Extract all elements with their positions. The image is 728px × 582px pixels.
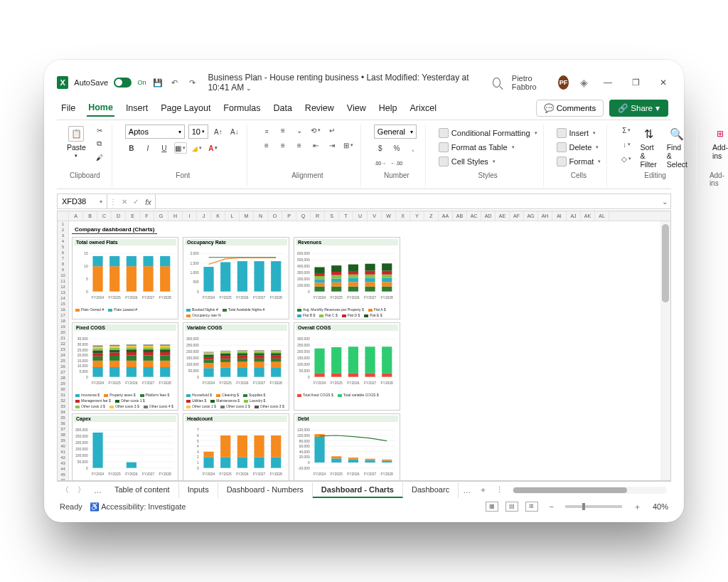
- paste-button[interactable]: 📋Paste▾: [64, 125, 89, 160]
- addins-button[interactable]: ⊞Add-ins: [710, 125, 728, 162]
- col-header[interactable]: O: [268, 211, 282, 221]
- chart-card[interactable]: Revenues0100,000200,000300,000400,000500…: [294, 237, 400, 319]
- zoom-in-button[interactable]: ＋: [629, 502, 646, 512]
- align-top-icon[interactable]: ⌅: [260, 125, 273, 136]
- row-header[interactable]: 38: [58, 432, 68, 438]
- sheet-tab[interactable]: Inputs: [179, 482, 218, 498]
- format-cells-button[interactable]: Format: [557, 157, 601, 166]
- menu-tab-arixcel[interactable]: Arixcel: [408, 100, 438, 116]
- col-header[interactable]: AJ: [567, 211, 581, 221]
- menu-tab-home[interactable]: Home: [87, 100, 114, 117]
- sheet-nav-prev[interactable]: 〈: [57, 485, 73, 495]
- increase-indent-icon[interactable]: ⇥: [326, 139, 338, 151]
- col-header[interactable]: Z: [424, 211, 439, 221]
- col-header[interactable]: AD: [481, 211, 496, 221]
- col-header[interactable]: G: [154, 211, 168, 221]
- bold-button[interactable]: B: [125, 142, 138, 154]
- row-header[interactable]: 12: [58, 284, 68, 290]
- menu-tab-insert[interactable]: Insert: [124, 100, 149, 116]
- menu-tab-file[interactable]: File: [60, 100, 77, 116]
- align-right-icon[interactable]: ≡: [293, 139, 306, 151]
- col-header[interactable]: M: [240, 211, 254, 221]
- col-header[interactable]: V: [368, 211, 382, 221]
- increase-font-icon[interactable]: A↑: [212, 126, 225, 137]
- menu-tab-formulas[interactable]: Formulas: [222, 100, 262, 116]
- avatar[interactable]: PF: [558, 75, 569, 90]
- col-header[interactable]: AH: [538, 211, 552, 221]
- format-painter-icon[interactable]: 🖌: [93, 152, 106, 163]
- chart-card[interactable]: Headcount01234567FY2024FY2025FY2026FY202…: [183, 413, 289, 480]
- row-header[interactable]: 36: [58, 420, 68, 426]
- decrease-indent-icon[interactable]: ⇤: [309, 139, 322, 151]
- menu-tab-view[interactable]: View: [346, 100, 368, 116]
- font-name-select[interactable]: Aptos▾: [125, 125, 185, 139]
- redo-icon[interactable]: ↷: [186, 76, 198, 89]
- col-header[interactable]: AB: [453, 211, 467, 221]
- col-header[interactable]: AA: [439, 211, 453, 221]
- col-header[interactable]: L: [225, 211, 240, 221]
- row-header[interactable]: 16: [58, 307, 68, 312]
- col-header[interactable]: F: [140, 211, 154, 221]
- row-header[interactable]: 30: [58, 386, 68, 392]
- row-header[interactable]: 15: [58, 301, 68, 307]
- chart-card[interactable]: Fixed COGS05,00010,00015,00020,00025,000…: [72, 322, 178, 411]
- row-header[interactable]: 44: [58, 466, 68, 472]
- row-header[interactable]: 35: [58, 415, 68, 420]
- row-header[interactable]: 39: [58, 438, 68, 443]
- row-header[interactable]: 46: [58, 477, 68, 481]
- row-header[interactable]: 26: [58, 364, 68, 369]
- col-header[interactable]: AL: [595, 211, 609, 221]
- col-header[interactable]: S: [325, 211, 339, 221]
- sheet-menu-icon[interactable]: ⋮: [491, 485, 508, 494]
- row-header[interactable]: 45: [58, 472, 68, 477]
- user-name[interactable]: Pietro Fabbro: [512, 74, 547, 91]
- format-as-table-button[interactable]: Format as Table: [439, 142, 515, 152]
- dots-icon[interactable]: ⋮: [107, 194, 119, 208]
- row-header[interactable]: 21: [58, 335, 68, 341]
- col-header[interactable]: U: [353, 211, 368, 221]
- col-header[interactable]: I: [183, 211, 197, 221]
- increase-decimal-icon[interactable]: .00→: [374, 157, 387, 169]
- row-header[interactable]: 33: [58, 403, 68, 409]
- col-header[interactable]: AG: [524, 211, 538, 221]
- cancel-formula-icon[interactable]: ✕: [119, 194, 130, 208]
- find-select-button[interactable]: 🔍Find & Select: [664, 125, 690, 170]
- row-header[interactable]: 43: [58, 460, 68, 466]
- accounting-format-icon[interactable]: $: [374, 142, 387, 154]
- fill-color-button[interactable]: ◢: [191, 142, 203, 154]
- row-header[interactable]: 1: [58, 221, 68, 227]
- row-header[interactable]: 37: [58, 426, 68, 432]
- menu-tab-data[interactable]: Data: [272, 100, 293, 116]
- undo-icon[interactable]: ↶: [169, 76, 181, 89]
- col-header[interactable]: J: [197, 211, 211, 221]
- row-header[interactable]: 3: [58, 233, 68, 238]
- col-header[interactable]: B: [83, 211, 97, 221]
- chart-card[interactable]: Debt-20,000020,00040,00060,00080,000100,…: [294, 413, 400, 480]
- zoom-out-button[interactable]: −: [545, 502, 558, 511]
- row-header[interactable]: 18: [58, 318, 68, 324]
- delete-cells-button[interactable]: Delete: [557, 142, 599, 152]
- underline-button[interactable]: U: [158, 142, 171, 154]
- row-header[interactable]: 17: [58, 312, 68, 318]
- minimize-button[interactable]: —: [599, 76, 616, 89]
- copy-icon[interactable]: ⧉: [93, 138, 106, 149]
- search-icon[interactable]: [493, 78, 500, 88]
- horizontal-scrollbar[interactable]: [512, 487, 667, 494]
- font-size-select[interactable]: 10▾: [188, 125, 208, 139]
- fill-icon[interactable]: ↓: [620, 139, 633, 150]
- normal-view-icon[interactable]: ▦: [486, 502, 498, 512]
- row-header[interactable]: 40: [58, 443, 68, 449]
- row-header[interactable]: 14: [58, 295, 68, 301]
- col-header[interactable]: H: [168, 211, 183, 221]
- row-header[interactable]: 5: [58, 244, 68, 250]
- premium-icon[interactable]: ◈: [580, 77, 588, 88]
- chart-card[interactable]: Total owned Flats051015FY2024FY2025FY202…: [72, 237, 178, 319]
- insert-function-button[interactable]: fx: [141, 194, 156, 208]
- number-format-select[interactable]: General▾: [374, 125, 417, 139]
- column-headers[interactable]: ABCDEFGHIJKLMNOPQRSTUVWXYZAAABACADAEAFAG…: [58, 211, 670, 221]
- expand-formula-bar-icon[interactable]: ⌄: [659, 198, 670, 206]
- align-left-icon[interactable]: ≡: [260, 139, 273, 151]
- decrease-decimal-icon[interactable]: ←.00: [390, 157, 403, 169]
- zoom-slider[interactable]: [565, 505, 622, 508]
- col-header[interactable]: AI: [552, 211, 567, 221]
